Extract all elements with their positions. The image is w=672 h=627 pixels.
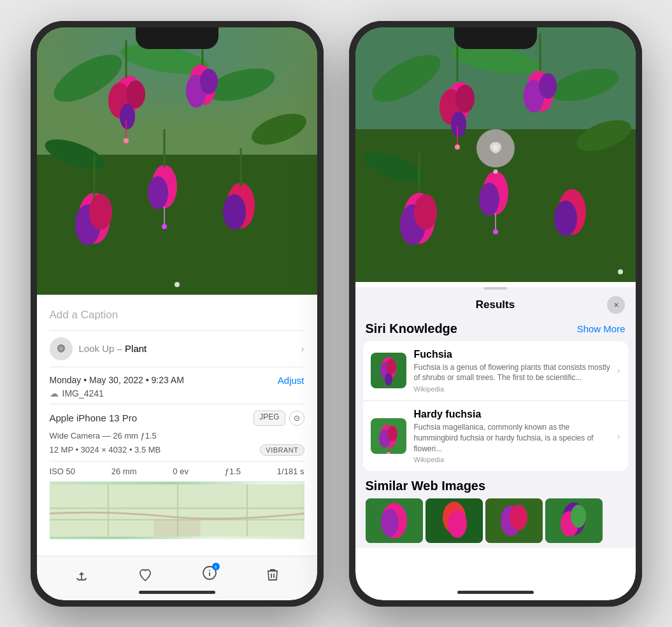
- volume-up-button[interactable]: [31, 136, 31, 178]
- similar-image-2[interactable]: [425, 498, 483, 543]
- svg-point-52: [451, 111, 466, 137]
- volume-up-button-right[interactable]: [349, 136, 350, 178]
- hardy-chevron-icon: ›: [617, 431, 620, 441]
- home-indicator-left: [139, 591, 215, 594]
- caption-placeholder[interactable]: Add a Caption: [50, 309, 118, 321]
- delete-button[interactable]: [266, 567, 280, 582]
- svg-point-58: [414, 194, 437, 230]
- svg-rect-33: [107, 484, 108, 537]
- knowledge-item-fuchsia[interactable]: Fuchsia Fuchsia is a genus of flowering …: [363, 341, 628, 401]
- camera-specs: Wide Camera — 26 mm ƒ1.5: [50, 431, 304, 440]
- svg-point-13: [200, 69, 218, 94]
- power-button-right[interactable]: [641, 142, 642, 206]
- svg-point-86: [448, 510, 467, 538]
- svg-point-74: [385, 373, 392, 386]
- photo-dot-right: [618, 269, 623, 274]
- filename-text: IMG_4241: [62, 388, 104, 398]
- resolution-text: 12 MP • 3024 × 4032 • 3.5 MB: [50, 445, 161, 454]
- hardy-name: Hardy fuchsia: [414, 409, 612, 420]
- fuchsia-description: Fuchsia is a genus of flowering plants t…: [414, 362, 612, 384]
- map-thumbnail[interactable]: [50, 482, 304, 539]
- knowledge-card: Fuchsia Fuchsia is a genus of flowering …: [363, 341, 628, 472]
- svg-point-67: [455, 144, 460, 150]
- exif-row: ISO 50 26 mm 0 ev ƒ1.5 1/181 s: [50, 461, 304, 482]
- camera-options-icon[interactable]: ⊙: [289, 411, 304, 426]
- aperture-value: ƒ1.5: [225, 467, 241, 476]
- date-text: Monday • May 30, 2022 • 9:23 AM: [50, 375, 184, 385]
- svg-point-55: [539, 73, 557, 99]
- fuchsia-info: Fuchsia Fuchsia is a genus of flowering …: [414, 349, 612, 393]
- svg-rect-36: [154, 519, 200, 536]
- svg-point-27: [124, 138, 129, 143]
- volume-down-button-right[interactable]: [349, 187, 350, 229]
- mute-button[interactable]: [31, 104, 31, 127]
- info-button[interactable]: i: [202, 565, 217, 584]
- photo-area[interactable]: [37, 27, 317, 295]
- ev-value: 0 ev: [173, 467, 189, 476]
- svg-point-9: [126, 80, 145, 108]
- lookup-chevron-icon: ›: [301, 344, 304, 354]
- cloud-icon: ☁: [50, 388, 59, 398]
- similar-image-4[interactable]: [545, 498, 603, 543]
- device-section: Apple iPhone 13 Pro JPEG ⊙ Wide Camera —…: [50, 404, 304, 461]
- results-header: Results ×: [355, 290, 636, 319]
- power-button[interactable]: [323, 142, 324, 206]
- results-title: Results: [476, 299, 515, 311]
- hardy-info: Hardy fuchsia Fuchsia magellanica, commo…: [414, 409, 612, 463]
- caption-area[interactable]: Add a Caption: [50, 304, 304, 331]
- svg-point-83: [381, 509, 399, 537]
- svg-point-73: [386, 359, 396, 374]
- photo-area-right[interactable]: [355, 27, 636, 282]
- filename-row: ☁ IMG_4241: [50, 388, 304, 398]
- right-phone-screen: Results × Siri Knowledge Show More: [355, 27, 636, 600]
- visual-lookup-icon: [50, 337, 73, 360]
- hardy-thumbnail: [371, 418, 406, 454]
- vibrant-badge: VIBRANT: [260, 444, 304, 456]
- knowledge-item-hardy[interactable]: Hardy fuchsia Fuchsia magellanica, commo…: [363, 400, 628, 471]
- adjust-button[interactable]: Adjust: [278, 375, 304, 386]
- volume-down-button[interactable]: [31, 187, 31, 229]
- phones-container: Add a Caption Look Up – Plant ›: [31, 21, 642, 607]
- svg-point-10: [120, 104, 135, 129]
- fuchsia-thumbnail: [371, 353, 406, 388]
- metadata-section: Monday • May 30, 2022 • 9:23 AM Adjust ☁…: [50, 367, 304, 404]
- show-more-button[interactable]: Show More: [577, 323, 626, 334]
- notch: [136, 27, 218, 49]
- hardy-description: Fuchsia magellanica, commonly known as t…: [414, 422, 612, 454]
- left-phone: Add a Caption Look Up – Plant ›: [31, 21, 324, 607]
- left-phone-screen: Add a Caption Look Up – Plant ›: [37, 27, 317, 600]
- lookup-label: Look Up – Plant: [79, 343, 147, 354]
- right-phone: Results × Siri Knowledge Show More: [349, 21, 642, 607]
- siri-knowledge-title: Siri Knowledge: [366, 321, 457, 336]
- mute-button-right[interactable]: [349, 104, 350, 127]
- svg-point-62: [479, 183, 499, 216]
- fuchsia-source: Wikipedia: [414, 385, 612, 393]
- shutter-value: 1/181 s: [277, 467, 304, 476]
- share-button[interactable]: [74, 567, 89, 582]
- similar-title: Similar Web Images: [366, 479, 626, 493]
- fuchsia-name: Fuchsia: [414, 349, 612, 360]
- svg-point-39: [209, 570, 210, 571]
- info-panel: Add a Caption Look Up – Plant ›: [37, 295, 317, 548]
- format-badge: JPEG: [254, 411, 285, 426]
- similar-image-1[interactable]: [366, 498, 423, 543]
- focal-value: 26 mm: [111, 467, 137, 476]
- device-name: Apple iPhone 13 Pro: [50, 412, 138, 423]
- svg-point-69: [493, 229, 498, 234]
- photo-dot-indicator: [175, 282, 180, 287]
- svg-point-51: [455, 85, 475, 113]
- close-button[interactable]: ×: [607, 296, 625, 314]
- favorite-button[interactable]: [138, 567, 153, 582]
- lookup-row[interactable]: Look Up – Plant ›: [50, 331, 304, 367]
- siri-dot: [493, 169, 497, 174]
- similar-section: Similar Web Images: [355, 471, 636, 548]
- svg-point-16: [89, 194, 112, 230]
- results-panel: Results × Siri Knowledge Show More: [355, 287, 636, 549]
- svg-point-93: [571, 505, 586, 528]
- similar-image-3[interactable]: [485, 498, 543, 543]
- home-indicator-right: [457, 591, 534, 594]
- similar-images-row: [366, 498, 626, 543]
- visual-lookup-siri-icon[interactable]: [476, 129, 515, 167]
- iso-value: ISO 50: [50, 467, 75, 476]
- svg-point-60: [554, 201, 577, 236]
